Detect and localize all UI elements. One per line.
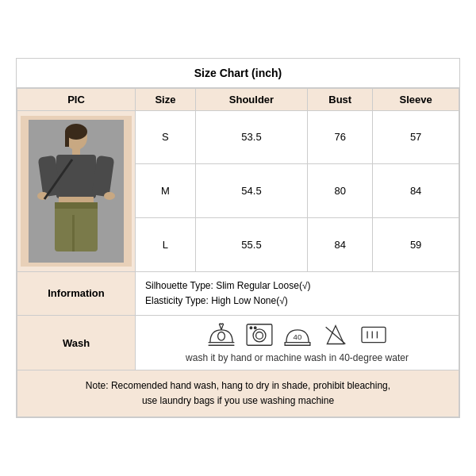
shoulder-l: 55.5 <box>195 217 307 271</box>
shoulder-s: 53.5 <box>195 110 307 164</box>
wash-content: 40 <box>136 316 459 370</box>
bust-l: 84 <box>308 217 373 271</box>
svg-rect-13 <box>72 215 75 251</box>
svg-point-19 <box>250 327 252 329</box>
svg-point-20 <box>254 327 256 329</box>
wash-icons: 40 <box>139 322 455 347</box>
size-s: S <box>136 110 196 164</box>
svg-rect-4 <box>72 148 80 155</box>
sleeve-s: 57 <box>373 110 459 164</box>
svg-point-17 <box>253 329 266 342</box>
handwash-icon <box>206 322 236 347</box>
wash-text: wash it by hand or machine wash in 40-de… <box>139 352 455 363</box>
svg-rect-23 <box>362 327 386 342</box>
no-bleach-icon <box>321 322 351 347</box>
svg-rect-5 <box>56 155 96 198</box>
info-label: Information <box>17 271 136 315</box>
header-shoulder: Shoulder <box>195 88 307 110</box>
svg-rect-3 <box>65 131 69 147</box>
header-sleeve: Sleeve <box>373 88 459 110</box>
note-content: Note: Recomended hand wash, hang to dry … <box>86 380 390 406</box>
header-size: Size <box>136 88 196 110</box>
svg-point-15 <box>217 332 225 340</box>
sleeve-m: 84 <box>373 164 459 218</box>
header-bust: Bust <box>308 88 373 110</box>
note-text: Note: Recomended hand wash, hang to dry … <box>17 370 459 417</box>
product-figure-svg <box>29 120 124 263</box>
svg-text:40: 40 <box>293 332 301 341</box>
wash-label: Wash <box>17 316 136 370</box>
product-image <box>21 116 132 267</box>
svg-rect-11 <box>55 204 98 251</box>
size-chart: Size Chart (inch) PIC Size Shoulder Bust… <box>16 58 460 419</box>
sleeve-l: 59 <box>373 217 459 271</box>
size-l: L <box>136 217 196 271</box>
svg-point-9 <box>104 192 115 200</box>
info-row: Information Silhouette Type: Slim Regula… <box>17 271 459 315</box>
shoulder-m: 54.5 <box>195 164 307 218</box>
note-row: Note: Recomended hand wash, hang to dry … <box>17 370 459 417</box>
chart-title: Size Chart (inch) <box>17 59 459 88</box>
product-image-cell <box>17 110 136 271</box>
header-pic: PIC <box>17 88 136 110</box>
info-content: Silhouette Type: Slim Regular Loose(√) E… <box>136 271 459 315</box>
dryer-icon <box>359 322 389 347</box>
machinewash-icon <box>244 322 274 347</box>
temp-40-icon: 40 <box>282 322 313 347</box>
bust-m: 80 <box>308 164 373 218</box>
svg-point-18 <box>255 332 263 339</box>
size-m: M <box>136 164 196 218</box>
svg-rect-12 <box>55 202 98 209</box>
info-line2: Elasticity Type: High Low None(√) <box>145 295 288 306</box>
info-line1: Silhouette Type: Slim Regular Loose(√) <box>145 280 310 291</box>
wash-row: Wash <box>17 316 459 370</box>
bust-s: 76 <box>308 110 373 164</box>
table-row: S 53.5 76 57 <box>17 110 459 164</box>
